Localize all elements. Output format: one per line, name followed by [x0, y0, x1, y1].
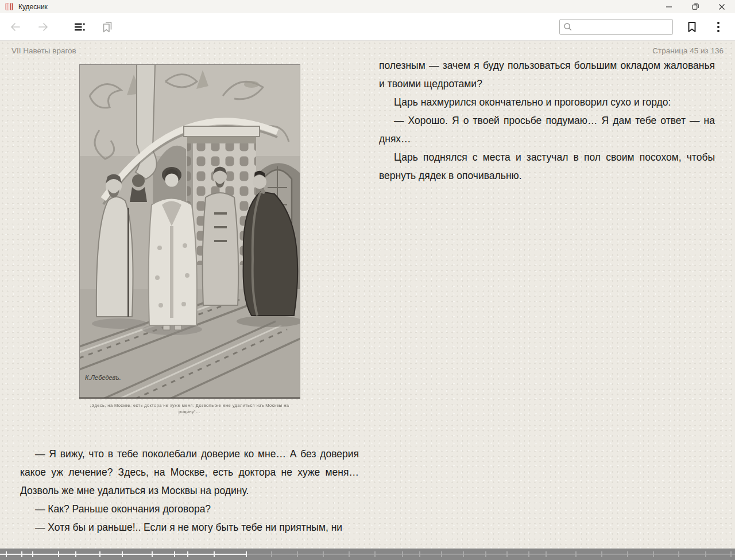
right-column-text: полезным — зачем я буду пользоваться бол…	[379, 56, 715, 185]
bookmark-icon	[685, 20, 699, 34]
progress-tick	[152, 551, 153, 557]
restore-icon	[692, 3, 699, 10]
close-icon	[718, 3, 725, 10]
progress-tick	[75, 551, 76, 557]
left-column-text: — Я вижу, что в тебе поколебали доверие …	[20, 445, 359, 536]
forward-arrow-icon	[36, 20, 50, 34]
add-bookmark-button[interactable]	[681, 16, 703, 38]
reading-area: VII Наветы врагов Страница 45 из 136	[0, 41, 735, 549]
maximize-restore-button[interactable]	[682, 0, 709, 13]
paragraph: — Как? Раньше окончания договора?	[20, 500, 359, 518]
back-button[interactable]	[5, 16, 26, 38]
progress-tick	[419, 551, 420, 557]
search-icon	[563, 22, 572, 32]
left-column: К.Лебедевъ. „Здесь, на Москве, есть докт…	[20, 56, 359, 536]
progress-tick	[528, 551, 529, 557]
paragraph: — Хотя бы и раньше!.. Если я не могу быт…	[20, 518, 359, 536]
book-figure: К.Лебедевъ. „Здесь, на Москве, есть докт…	[79, 64, 300, 415]
paragraph: Царь нахмурился окончательно и проговори…	[379, 93, 715, 111]
progress-tick	[6, 551, 7, 557]
overflow-menu-button[interactable]	[707, 16, 729, 38]
progress-tick	[297, 551, 298, 557]
page-header: VII Наветы врагов Страница 45 из 136	[0, 41, 735, 55]
page-indicator: Страница 45 из 136	[652, 46, 724, 55]
progress-tick	[463, 551, 464, 557]
minimize-icon	[666, 3, 672, 10]
paragraph: полезным — зачем я буду пользоваться бол…	[379, 56, 715, 93]
progress-tick	[441, 551, 442, 557]
paragraph: — Хорошо. Я о твоей просьбе подумаю… Я д…	[379, 111, 715, 148]
progress-tick	[174, 551, 175, 557]
progress-tick	[246, 551, 247, 557]
book-columns: К.Лебедевъ. „Здесь, на Москве, есть докт…	[0, 56, 735, 536]
progress-tick	[601, 551, 602, 557]
back-arrow-icon	[9, 20, 22, 34]
progress-tick	[575, 551, 577, 557]
progress-tick	[271, 551, 272, 557]
minimize-button[interactable]	[656, 0, 682, 13]
progress-tick	[402, 551, 403, 557]
book-illustration: К.Лебедевъ.	[79, 64, 300, 399]
illustration-signature: К.Лебедевъ.	[85, 374, 121, 381]
progress-tick	[99, 551, 100, 557]
progress-tick	[214, 551, 215, 557]
search-box[interactable]	[559, 19, 673, 35]
progress-tick	[485, 551, 486, 557]
progress-tick	[653, 551, 654, 557]
toolbar	[0, 13, 735, 41]
table-of-contents-icon	[74, 21, 86, 33]
figure-caption: „Здесь, на Москве, есть доктора не хуже …	[79, 402, 300, 415]
progress-tick	[506, 551, 508, 557]
progress-tick	[122, 551, 123, 557]
paragraph: — Я вижу, что в тебе поколебали доверие …	[20, 445, 359, 500]
window-title: Кудесник	[18, 3, 48, 11]
chapter-title: VII Наветы врагов	[11, 46, 76, 55]
double-bookmark-icon	[100, 20, 114, 34]
progress-tick	[58, 551, 59, 557]
right-column: полезным — зачем я буду пользоваться бол…	[379, 56, 715, 536]
progress-tick	[32, 551, 33, 557]
search-input[interactable]	[575, 22, 669, 32]
progress-tick	[627, 551, 628, 557]
app-book-icon	[5, 2, 14, 11]
paragraph: Царь поднялся с места и застучал в пол с…	[379, 148, 715, 185]
progress-tick	[705, 551, 706, 557]
progress-tick	[730, 551, 732, 557]
progress-tick	[187, 551, 188, 557]
progress-tick	[323, 551, 324, 557]
progress-tick	[349, 551, 350, 557]
progress-ruler[interactable]	[0, 549, 735, 560]
close-button[interactable]	[709, 0, 735, 13]
table-of-contents-button[interactable]	[69, 16, 91, 38]
titlebar: Кудесник	[0, 0, 735, 13]
progress-tick	[678, 551, 679, 557]
vertical-ellipsis-icon	[717, 21, 720, 33]
progress-tick	[21, 551, 22, 557]
forward-button[interactable]	[32, 16, 54, 38]
progress-tick	[374, 551, 376, 557]
progress-tick	[546, 551, 547, 557]
bookmarks-panel-button[interactable]	[96, 16, 118, 38]
